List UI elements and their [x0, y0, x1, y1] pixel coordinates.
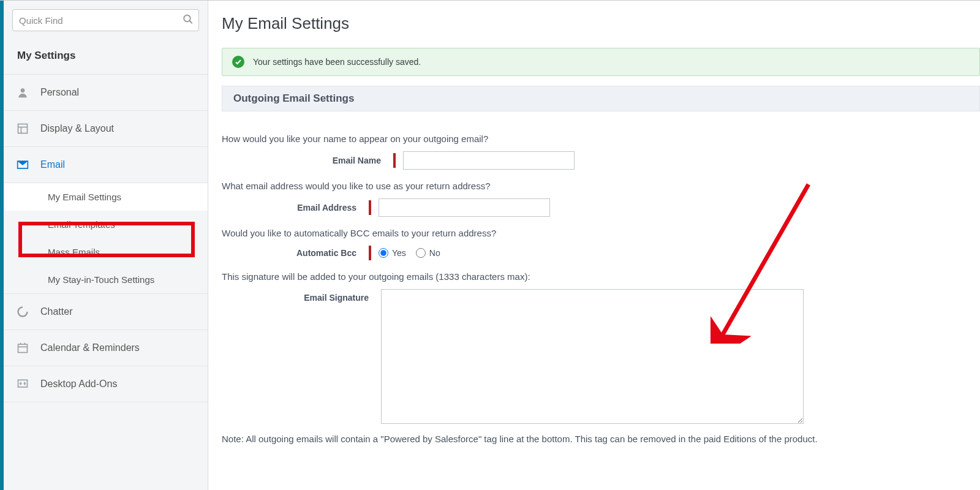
sidebar-nav: Personal Display & Layout Email My Email…: [4, 75, 208, 402]
sidebar-heading: My Settings: [4, 37, 208, 75]
footer-note: Note: All outgoing emails will contain a…: [222, 434, 980, 444]
page-title: My Email Settings: [222, 8, 980, 48]
label-auto-bcc: Automatic Bcc: [222, 248, 369, 258]
svg-point-0: [184, 15, 190, 22]
prompt-auto-bcc: Would you like to automatically BCC emai…: [222, 228, 980, 238]
svg-rect-10: [18, 380, 28, 387]
required-indicator: [393, 153, 396, 168]
sidebar: My Settings Personal Display & Layout Em…: [0, 1, 208, 490]
nav-item-chatter[interactable]: Chatter: [4, 294, 208, 330]
person-icon: [16, 86, 29, 99]
layout-icon: [16, 122, 29, 135]
nav-label: Desktop Add-Ons: [40, 379, 117, 390]
radio-bcc-yes-input[interactable]: [379, 248, 388, 258]
prompt-signature: This signature will be added to your out…: [222, 271, 980, 282]
section-header: Outgoing Email Settings: [222, 86, 980, 111]
nav-label: Chatter: [40, 306, 72, 317]
nav-item-calendar[interactable]: Calendar & Reminders: [4, 330, 208, 366]
label-email-address: Email Address: [222, 203, 369, 213]
email-signature-textarea[interactable]: [381, 289, 804, 424]
nav-item-desktop-addons[interactable]: Desktop Add-Ons: [4, 366, 208, 402]
nav-label: Calendar & Reminders: [40, 342, 140, 353]
search-icon: [183, 14, 194, 27]
svg-line-1: [189, 21, 192, 24]
auto-bcc-radio-group: Yes No: [379, 248, 440, 258]
radio-bcc-yes[interactable]: Yes: [379, 248, 406, 258]
email-address-input[interactable]: [379, 198, 550, 217]
svg-point-2: [21, 88, 25, 92]
email-settings-form: How would you like your name to appear o…: [222, 111, 980, 444]
quick-find-input[interactable]: [19, 15, 176, 26]
subnav-my-email-settings[interactable]: My Email Settings: [4, 183, 208, 211]
nav-label: Personal: [40, 87, 79, 98]
svg-rect-3: [18, 124, 28, 134]
success-banner: Your settings have been successfully sav…: [222, 48, 980, 76]
addons-icon: [16, 377, 29, 391]
email-subnav: My Email Settings Email Templates Mass E…: [4, 183, 208, 294]
nav-label: Email: [40, 159, 65, 170]
label-email-signature: Email Signature: [222, 289, 381, 303]
subnav-mass-emails[interactable]: Mass Emails: [4, 238, 208, 266]
prompt-email-address: What email address would you like to use…: [222, 181, 980, 191]
svg-rect-6: [18, 344, 28, 352]
calendar-icon: [16, 341, 29, 355]
chatter-icon: [16, 305, 29, 318]
radio-bcc-no-input[interactable]: [416, 248, 426, 258]
success-message: Your settings have been successfully sav…: [253, 57, 421, 67]
nav-item-personal[interactable]: Personal: [4, 75, 208, 111]
subnav-email-templates[interactable]: Email Templates: [4, 211, 208, 238]
nav-label: Display & Layout: [40, 123, 114, 134]
required-indicator: [369, 200, 371, 215]
prompt-email-name: How would you like your name to appear o…: [222, 134, 980, 144]
nav-item-display-layout[interactable]: Display & Layout: [4, 111, 208, 147]
required-indicator: [369, 246, 371, 260]
quick-find-search[interactable]: [12, 9, 199, 31]
email-name-input[interactable]: [403, 151, 575, 170]
check-icon: [232, 56, 244, 68]
radio-bcc-no[interactable]: No: [416, 248, 440, 258]
nav-item-email[interactable]: Email: [4, 147, 208, 183]
subnav-stay-in-touch[interactable]: My Stay-in-Touch Settings: [4, 266, 208, 293]
mail-icon: [16, 158, 29, 172]
label-email-name: Email Name: [222, 156, 393, 165]
main-content: My Email Settings Your settings have bee…: [208, 1, 980, 490]
